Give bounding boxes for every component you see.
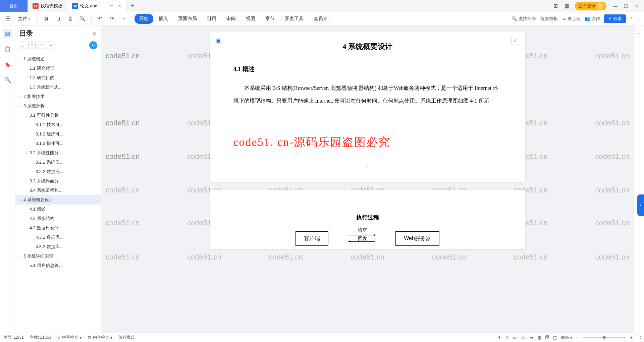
- collapse-icon[interactable]: ⋮: [630, 17, 633, 20]
- chevron-up-icon[interactable]: ︿: [637, 16, 641, 21]
- share-button[interactable]: ⇪ 分享: [604, 14, 626, 23]
- outline-item[interactable]: ⌄3.1 可行性分析: [15, 111, 101, 120]
- outline-item[interactable]: 1.1 研究背景: [15, 64, 101, 73]
- outline-item[interactable]: 3.1.2 经济可…: [15, 129, 101, 139]
- view-outline-icon[interactable]: ☰: [530, 335, 533, 340]
- outline-item[interactable]: 4.3.1 数据库…: [15, 233, 101, 242]
- outline-item[interactable]: ⌄4.3.数据库设计: [15, 223, 101, 233]
- spellcheck-button[interactable]: ✔ 拼写检查 ▾: [57, 335, 82, 340]
- view-book-icon[interactable]: 📖: [521, 335, 526, 340]
- page-options-icon[interactable]: ≡: [511, 37, 519, 45]
- chevron-down-icon[interactable]: ⌄: [25, 226, 30, 230]
- content-check-button[interactable]: 🗒 内容检查 ▾: [88, 335, 112, 340]
- login-button[interactable]: 立即登录: [575, 2, 606, 10]
- save-icon[interactable]: 🗎: [42, 14, 51, 23]
- tab-templates[interactable]: D 找稻壳模板: [28, 0, 67, 12]
- tab-add[interactable]: +: [127, 2, 138, 10]
- outline-item[interactable]: 3.3 系统界面分…: [15, 176, 101, 186]
- tab-home[interactable]: 首页: [0, 0, 28, 12]
- outline-item[interactable]: 3.1.3 操作可…: [15, 139, 101, 148]
- rtab-insert[interactable]: 插入: [154, 14, 173, 24]
- undo-icon[interactable]: ↶: [96, 14, 105, 23]
- zoom-in-icon[interactable]: +: [630, 335, 633, 340]
- collab-button[interactable]: 👥协作: [585, 16, 600, 22]
- minimize-button[interactable]: —: [610, 1, 620, 11]
- outline-item[interactable]: ⌄3 系统分析: [15, 101, 101, 111]
- rtab-chapter[interactable]: 章节: [261, 14, 279, 24]
- apps-icon[interactable]: ▦: [563, 1, 571, 10]
- menu-icon[interactable]: ☰: [3, 14, 13, 23]
- clipboard-icon[interactable]: 📋: [3, 44, 12, 54]
- outline-item[interactable]: 3.2.1 系统安…: [15, 158, 101, 167]
- chevron-right-icon[interactable]: ›: [19, 95, 23, 99]
- tab-document[interactable]: W 论文.doc ▭ ✕: [67, 0, 127, 12]
- zoom-out-icon[interactable]: −: [576, 335, 579, 340]
- ruler-icon[interactable]: ◫: [553, 335, 557, 340]
- rtab-dev[interactable]: 开发工具: [280, 14, 308, 24]
- focus-icon[interactable]: ⊙: [505, 335, 509, 340]
- export-icon[interactable]: 🗋: [54, 14, 63, 23]
- rtab-view[interactable]: 视图: [241, 14, 260, 24]
- chevron-down-icon[interactable]: ⌄: [19, 57, 23, 61]
- search-commands[interactable]: 🔍查找命令、搜索模板: [512, 16, 558, 22]
- zoom-value[interactable]: 80% ▾: [561, 335, 572, 340]
- outline-item[interactable]: 1.3 系统设计思…: [15, 82, 101, 92]
- redo-icon[interactable]: ↷: [108, 14, 117, 23]
- expand-all-icon[interactable]: ⌃: [28, 42, 36, 49]
- outline-item[interactable]: 5.1 用户信息管…: [15, 261, 101, 270]
- status-words[interactable]: 字数: 11553: [30, 335, 51, 340]
- rtab-layout[interactable]: 页面布局: [173, 14, 202, 24]
- outline-item[interactable]: ⌄3.2 系统性能分…: [15, 148, 101, 158]
- pin-icon[interactable]: ↻: [89, 41, 97, 49]
- notes-icon[interactable]: 🗍: [545, 335, 549, 340]
- preview-icon[interactable]: 🔍: [78, 14, 87, 23]
- outline-item[interactable]: ›2 相关技术: [15, 92, 101, 101]
- outline-item[interactable]: 4.3.2 数据库…: [15, 242, 101, 251]
- read-mode-icon[interactable]: 👁: [497, 335, 501, 340]
- view-web-icon[interactable]: ▭: [513, 335, 517, 340]
- page-indicator-icon[interactable]: ▣ ·: [216, 37, 225, 44]
- chevron-down-icon[interactable]: ⌄: [19, 254, 23, 258]
- status-page[interactable]: 页面: 12/31: [3, 335, 24, 340]
- chevron-down-icon[interactable]: ⌄: [25, 114, 30, 117]
- outline-item[interactable]: ⌄5 系统详细实现: [15, 251, 101, 261]
- layout-icon[interactable]: ⊞: [552, 1, 559, 10]
- zoom-thumb[interactable]: [603, 336, 606, 339]
- rtab-start[interactable]: 开始: [135, 14, 153, 24]
- chevron-down-icon[interactable]: ⌄: [19, 104, 23, 108]
- bookmark-icon[interactable]: 🔖: [3, 60, 12, 69]
- remove-icon[interactable]: −: [47, 42, 54, 49]
- outline-tree[interactable]: ⌄1 系统概述1.1 研究背景1.2 研究目的1.3 系统设计思…›2 相关技术…: [15, 52, 101, 333]
- print-icon[interactable]: ⎙: [66, 14, 75, 23]
- maximize-button[interactable]: ☐: [621, 1, 631, 11]
- outline-item[interactable]: 4.1 概述: [15, 205, 101, 214]
- outline-item[interactable]: 3.4 系统流程和…: [15, 186, 101, 195]
- rtab-refs[interactable]: 引用: [202, 14, 221, 24]
- outline-item[interactable]: 3.1.1 技术可…: [15, 120, 101, 129]
- screen-icon[interactable]: ▭: [109, 3, 113, 8]
- rtab-member[interactable]: 会员专 ›: [309, 14, 334, 24]
- chevron-down-icon[interactable]: ⌄: [25, 151, 30, 155]
- outline-item[interactable]: 1.2 研究目的: [15, 73, 101, 82]
- close-icon[interactable]: ✕: [117, 3, 122, 9]
- collapse-all-icon[interactable]: ⌄: [19, 42, 26, 49]
- fullscreen-icon[interactable]: ⛶: [637, 335, 641, 340]
- rtab-review[interactable]: 审阅: [222, 14, 240, 24]
- add-icon[interactable]: +: [38, 42, 45, 49]
- outline-item[interactable]: ⌄4 系统概要设计: [15, 195, 101, 205]
- chevron-down-icon[interactable]: ⌄: [19, 198, 23, 202]
- cloud-status[interactable]: ☁未上云: [562, 16, 581, 22]
- close-button[interactable]: ✕: [632, 1, 641, 11]
- search-rail-icon[interactable]: 🔍: [3, 75, 12, 84]
- outline-item[interactable]: 3.2.2 数据完…: [15, 167, 101, 176]
- outline-item[interactable]: ⌄1 系统概述: [15, 54, 101, 64]
- scroll-up-icon[interactable]: ︿: [635, 28, 643, 38]
- outline-icon[interactable]: ▤: [3, 29, 12, 38]
- document-area[interactable]: code51.cncode51.cncode51.cncode51.cncode…: [101, 25, 634, 333]
- outline-item[interactable]: 4.2 系统结构: [15, 214, 101, 223]
- dropdown-icon[interactable]: ▾: [120, 14, 129, 23]
- outline-close-icon[interactable]: ✕: [93, 31, 97, 36]
- side-assistant-button[interactable]: ‹: [637, 194, 644, 216]
- file-button[interactable]: 文件 ▾: [15, 14, 33, 23]
- zoom-slider[interactable]: [583, 337, 626, 338]
